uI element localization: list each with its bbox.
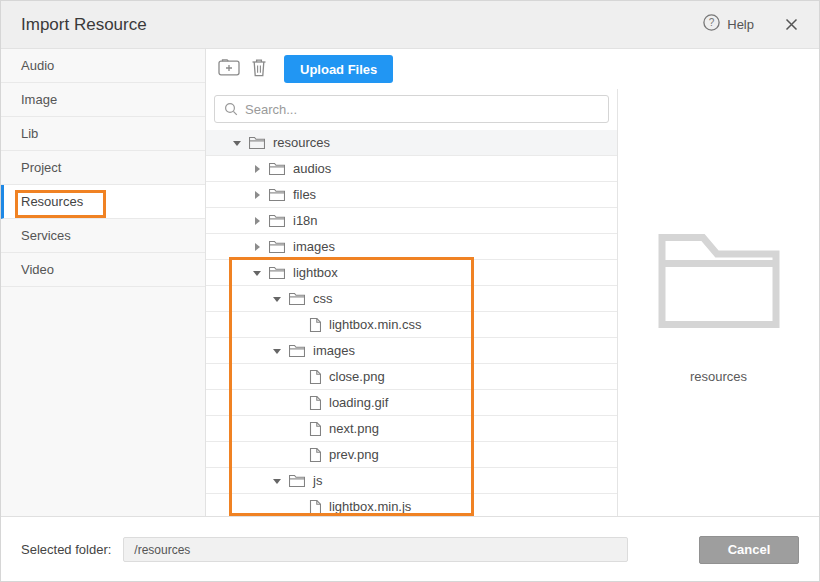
- tree-row-lightbox[interactable]: lightbox: [206, 260, 617, 286]
- dialog-title: Import Resource: [21, 15, 147, 35]
- caret-spacer: [291, 423, 303, 435]
- help-icon: ?: [703, 14, 720, 35]
- folder-icon: [269, 240, 285, 253]
- sidebar-item-audio[interactable]: Audio: [1, 49, 205, 83]
- tree-item-label: close.png: [329, 369, 385, 384]
- sidebar: AudioImageLibProjectResourcesServicesVid…: [1, 49, 206, 516]
- cancel-button[interactable]: Cancel: [699, 536, 799, 564]
- caret-down-icon[interactable]: [271, 293, 283, 305]
- folder-icon: [289, 474, 305, 487]
- tree-item-label: audios: [293, 161, 331, 176]
- new-folder-button[interactable]: [214, 55, 244, 83]
- folder-icon: [249, 136, 265, 149]
- sidebar-item-resources[interactable]: Resources: [1, 185, 205, 219]
- sidebar-item-lib[interactable]: Lib: [1, 117, 205, 151]
- caret-spacer: [291, 449, 303, 461]
- sidebar-item-video[interactable]: Video: [1, 253, 205, 287]
- tree-item-label: css: [313, 291, 333, 306]
- folder-icon: [269, 188, 285, 201]
- caret-down-icon[interactable]: [251, 267, 263, 279]
- toolbar: Upload Files: [206, 49, 819, 89]
- tree-item-label: lightbox: [293, 265, 338, 280]
- import-resource-dialog: Import Resource ? Help AudioImageLibProj…: [0, 0, 820, 582]
- search-icon: [224, 102, 238, 120]
- help-label: Help: [727, 17, 754, 32]
- new-folder-icon: [218, 58, 240, 80]
- upload-files-button[interactable]: Upload Files: [284, 55, 393, 83]
- close-icon[interactable]: [784, 17, 799, 32]
- caret-down-icon[interactable]: [271, 345, 283, 357]
- help-button[interactable]: ? Help: [703, 14, 754, 35]
- tree-item-label: prev.png: [329, 447, 379, 462]
- caret-right-icon[interactable]: [251, 215, 263, 227]
- folder-icon: [289, 344, 305, 357]
- trash-icon: [251, 58, 267, 81]
- preview-caption: resources: [690, 369, 747, 384]
- tree-row-prev-png[interactable]: prev.png: [206, 442, 617, 468]
- caret-spacer: [291, 371, 303, 383]
- tree-row-loading-gif[interactable]: loading.gif: [206, 390, 617, 416]
- caret-spacer: [291, 501, 303, 513]
- tree-row-files[interactable]: files: [206, 182, 617, 208]
- large-folder-icon: [657, 233, 781, 333]
- tree-item-label: next.png: [329, 421, 379, 436]
- selected-folder-input[interactable]: [123, 537, 628, 562]
- tree-row-css[interactable]: css: [206, 286, 617, 312]
- tree-item-label: lightbox.min.js: [329, 499, 411, 514]
- dialog-footer: Selected folder: Cancel: [1, 516, 819, 582]
- tree-item-label: lightbox.min.css: [329, 317, 421, 332]
- caret-spacer: [291, 397, 303, 409]
- caret-right-icon[interactable]: [251, 163, 263, 175]
- tree-row-resources[interactable]: resources: [206, 130, 617, 156]
- tree-item-label: files: [293, 187, 316, 202]
- tree-row-lightbox-min-css[interactable]: lightbox.min.css: [206, 312, 617, 338]
- tree-item-label: i18n: [293, 213, 318, 228]
- tree-item-label: js: [313, 473, 322, 488]
- tree-row-images[interactable]: images: [206, 234, 617, 260]
- tree-row-images[interactable]: images: [206, 338, 617, 364]
- dialog-body: AudioImageLibProjectResourcesServicesVid…: [1, 49, 819, 516]
- content-area: resourcesaudiosfilesi18nimageslightboxcs…: [206, 89, 819, 516]
- tree-row-audios[interactable]: audios: [206, 156, 617, 182]
- sidebar-item-services[interactable]: Services: [1, 219, 205, 253]
- tree-row-i18n[interactable]: i18n: [206, 208, 617, 234]
- file-icon: [309, 370, 321, 384]
- folder-icon: [289, 292, 305, 305]
- search-bar: [206, 89, 617, 130]
- main-panel: Upload Files resourcesaudiosfilesi18nima…: [206, 49, 819, 516]
- file-tree: resourcesaudiosfilesi18nimageslightboxcs…: [206, 130, 617, 516]
- search-input[interactable]: [214, 95, 609, 123]
- folder-icon: [269, 162, 285, 175]
- tree-row-lightbox-min-js[interactable]: lightbox.min.js: [206, 494, 617, 516]
- tree-row-next-png[interactable]: next.png: [206, 416, 617, 442]
- file-icon: [309, 396, 321, 410]
- svg-text:?: ?: [709, 17, 715, 28]
- tree-row-close-png[interactable]: close.png: [206, 364, 617, 390]
- tree-item-label: images: [293, 239, 335, 254]
- file-tree-panel: resourcesaudiosfilesi18nimageslightboxcs…: [206, 89, 618, 516]
- tree-row-js[interactable]: js: [206, 468, 617, 494]
- sidebar-item-image[interactable]: Image: [1, 83, 205, 117]
- tree-item-label: images: [313, 343, 355, 358]
- folder-icon: [269, 266, 285, 279]
- folder-icon: [269, 214, 285, 227]
- caret-right-icon[interactable]: [251, 189, 263, 201]
- delete-button[interactable]: [244, 55, 274, 83]
- tree-item-label: resources: [273, 135, 330, 150]
- caret-spacer: [291, 319, 303, 331]
- caret-down-icon[interactable]: [231, 137, 243, 149]
- sidebar-item-project[interactable]: Project: [1, 151, 205, 185]
- caret-right-icon[interactable]: [251, 241, 263, 253]
- dialog-header: Import Resource ? Help: [1, 1, 819, 49]
- tree-item-label: loading.gif: [329, 395, 388, 410]
- caret-down-icon[interactable]: [271, 475, 283, 487]
- file-icon: [309, 318, 321, 332]
- file-icon: [309, 500, 321, 514]
- file-icon: [309, 448, 321, 462]
- preview-panel: resources: [618, 89, 819, 516]
- selected-folder-label: Selected folder:: [21, 542, 111, 557]
- file-icon: [309, 422, 321, 436]
